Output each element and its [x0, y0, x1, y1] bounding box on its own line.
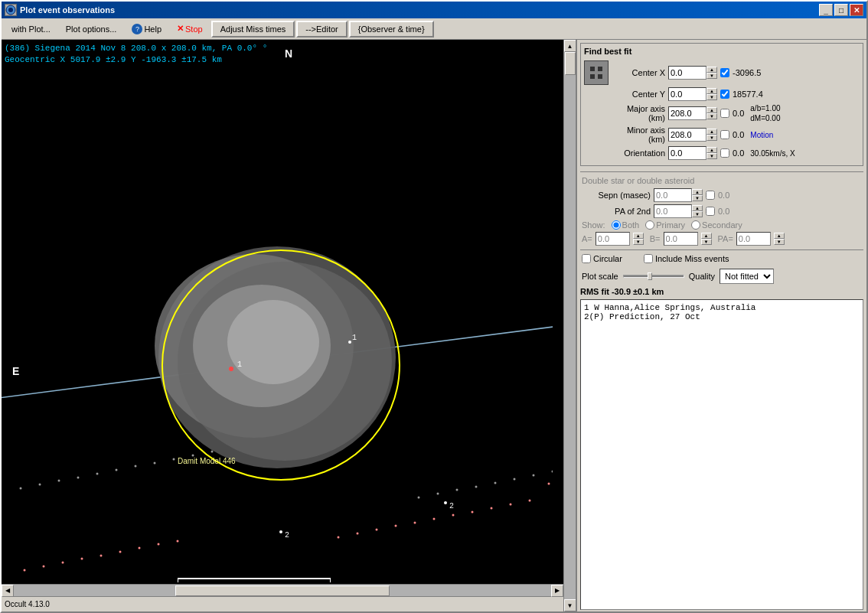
a-up[interactable]: ▲ — [633, 233, 644, 239]
pa2nd-checkbox[interactable] — [706, 207, 715, 216]
a-down[interactable]: ▼ — [633, 239, 644, 245]
pa-down[interactable]: ▼ — [774, 239, 785, 245]
svg-point-53 — [494, 482, 497, 484]
minor-axis-up[interactable]: ▲ — [706, 129, 717, 135]
orientation-checkbox[interactable] — [720, 148, 729, 158]
sepn-input[interactable] — [654, 188, 692, 202]
rms-fit: RMS fit -30.9 ±0.1 km — [580, 287, 863, 296]
b-up[interactable]: ▲ — [701, 233, 712, 239]
help-button[interactable]: ? Help — [125, 21, 168, 37]
include-miss-option[interactable]: Include Miss events — [644, 254, 729, 263]
quality-select[interactable]: Not fitted Good Poor — [720, 269, 774, 284]
show-both-option[interactable]: Both — [612, 220, 640, 230]
orientation-down[interactable]: ▼ — [706, 153, 717, 159]
scroll-track-v[interactable] — [564, 52, 576, 599]
major-axis-checkbox[interactable] — [720, 109, 729, 118]
svg-point-36 — [529, 500, 531, 502]
b-input[interactable] — [664, 232, 698, 246]
scroll-down-button[interactable]: ▼ — [564, 599, 576, 611]
orientation-row: Orientation ▲ ▼ 0.0 30.05km/s, X — [584, 146, 860, 160]
pa2nd-spinner[interactable]: ▲ ▼ — [692, 205, 703, 217]
svg-text:2: 2 — [449, 502, 454, 510]
show-secondary-radio[interactable] — [691, 220, 700, 230]
scroll-right-button[interactable]: ▶ — [551, 585, 563, 597]
vertical-scrollbar[interactable]: ▲ ▼ — [563, 40, 576, 611]
with-plot-button[interactable]: with Plot... — [5, 21, 57, 37]
scroll-track-h[interactable] — [14, 585, 551, 596]
center-y-label: Center Y — [612, 90, 665, 99]
version-text: Occult 4.13.0 — [5, 600, 50, 608]
orientation-input[interactable] — [668, 146, 706, 160]
svg-point-25 — [177, 540, 179, 543]
include-miss-checkbox[interactable] — [644, 254, 653, 263]
horizontal-scrollbar[interactable]: ◀ ▶ — [2, 584, 563, 596]
svg-point-15 — [279, 530, 282, 533]
center-y-spinner[interactable]: ▲ ▼ — [706, 88, 717, 100]
svg-text:1: 1 — [352, 334, 357, 342]
major-axis-input[interactable] — [668, 106, 706, 120]
sepn-spinner[interactable]: ▲ ▼ — [692, 189, 703, 201]
show-primary-option[interactable]: Primary — [645, 220, 685, 230]
minor-axis-spinner[interactable]: ▲ ▼ — [706, 129, 717, 141]
sepn-down[interactable]: ▼ — [692, 195, 703, 201]
scale-handle[interactable] — [648, 272, 652, 280]
center-y-down[interactable]: ▼ — [706, 94, 717, 100]
pa-spinner[interactable]: ▲ ▼ — [774, 233, 785, 245]
east-label: E — [12, 365, 19, 377]
show-secondary-option[interactable]: Secondary — [691, 220, 742, 230]
pa2nd-down[interactable]: ▼ — [692, 211, 703, 217]
pa-input[interactable] — [736, 232, 771, 246]
maximize-button[interactable]: □ — [834, 4, 848, 16]
b-down[interactable]: ▼ — [701, 239, 712, 245]
center-y-checkbox[interactable] — [720, 90, 729, 99]
editor-button[interactable]: -->Editor — [296, 21, 348, 37]
stop-button[interactable]: ✕ Stop — [170, 21, 210, 37]
scale-quality-row: Plot scale Quality Not fitted Good Poor — [577, 267, 866, 285]
circular-option[interactable]: Circular — [582, 254, 622, 263]
center-y-up[interactable]: ▲ — [706, 88, 717, 94]
observer-time-button[interactable]: {Observer & time} — [349, 21, 434, 37]
minor-axis-down[interactable]: ▼ — [706, 135, 717, 141]
center-x-down[interactable]: ▼ — [706, 73, 717, 79]
pa2nd-input[interactable] — [654, 204, 692, 218]
major-axis-spinner[interactable]: ▲ ▼ — [706, 107, 717, 119]
scroll-up-button[interactable]: ▲ — [564, 40, 576, 52]
ab-pa-row: A= ▲ ▼ B= ▲ ▼ PA= ▲ — [582, 232, 862, 246]
center-x-spinner[interactable]: ▲ ▼ — [706, 67, 717, 79]
sepn-checkbox[interactable] — [706, 191, 715, 200]
center-x-input[interactable] — [668, 66, 706, 80]
major-axis-down[interactable]: ▼ — [706, 113, 717, 119]
svg-text:1: 1 — [237, 360, 242, 369]
scroll-thumb-h[interactable] — [175, 585, 390, 596]
center-x-up[interactable]: ▲ — [706, 67, 717, 73]
a-spinner[interactable]: ▲ ▼ — [633, 233, 644, 245]
circular-checkbox[interactable] — [582, 254, 591, 263]
show-primary-radio[interactable] — [645, 220, 654, 230]
title-bar: Plot event observations _ □ ✕ — [2, 2, 866, 18]
window-controls: _ □ ✕ — [819, 4, 863, 16]
minimize-button[interactable]: _ — [819, 4, 833, 16]
orientation-field-group: ▲ ▼ — [668, 146, 717, 160]
pa2nd-up[interactable]: ▲ — [692, 205, 703, 211]
orientation-up[interactable]: ▲ — [706, 147, 717, 153]
minor-axis-input[interactable] — [668, 128, 706, 142]
orientation-spinner[interactable]: ▲ ▼ — [706, 147, 717, 159]
minor-axis-checkbox[interactable] — [720, 130, 729, 139]
right-panel: Find best fit Center X ▲ ▼ — [576, 40, 866, 611]
pa-up[interactable]: ▲ — [774, 233, 785, 239]
scroll-thumb-v[interactable] — [565, 52, 576, 75]
scroll-left-button[interactable]: ◀ — [2, 585, 14, 597]
show-both-radio[interactable] — [612, 220, 621, 230]
center-x-checkbox[interactable] — [720, 68, 729, 77]
svg-point-9 — [229, 367, 233, 371]
a-input[interactable] — [596, 232, 630, 246]
adjust-miss-button[interactable]: Adjust Miss times — [211, 21, 295, 37]
b-spinner[interactable]: ▲ ▼ — [701, 233, 712, 245]
close-button[interactable]: ✕ — [850, 4, 863, 16]
plot-options-button[interactable]: Plot options... — [59, 21, 124, 37]
sepn-up[interactable]: ▲ — [692, 189, 703, 195]
center-y-input[interactable] — [668, 87, 706, 101]
svg-point-41 — [77, 477, 80, 479]
major-axis-up[interactable]: ▲ — [706, 107, 717, 113]
scale-slider[interactable] — [623, 275, 684, 278]
